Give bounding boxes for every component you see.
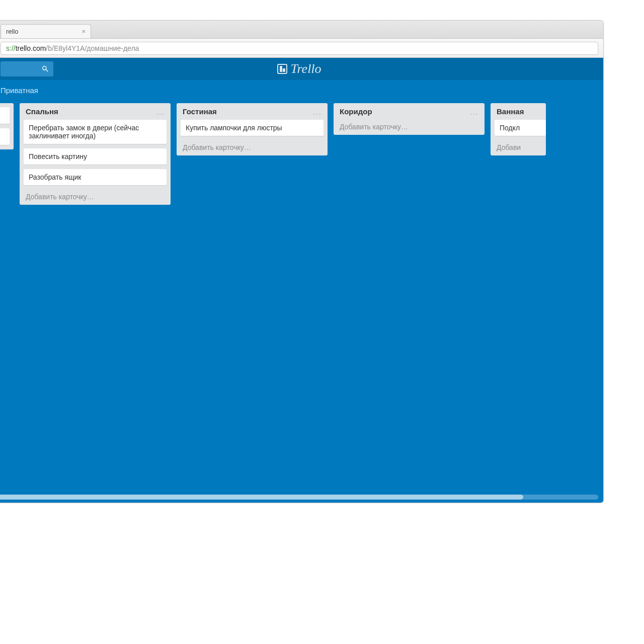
add-card-button[interactable]: Добави <box>495 140 546 151</box>
url-scheme: s:// <box>6 44 16 52</box>
list-header: Ванная <box>495 107 546 116</box>
list-title[interactable]: Спальня <box>26 107 58 116</box>
card[interactable] <box>0 107 10 124</box>
list-menu-icon[interactable]: … <box>312 110 321 114</box>
horizontal-scrollbar[interactable] <box>0 495 598 500</box>
add-card-button[interactable]: Добавить карточку… <box>24 190 167 201</box>
list <box>0 103 14 149</box>
add-card-button[interactable]: Добавить карточку… <box>338 120 480 131</box>
board-canvas: Спальня … Перебрать замок в двери (сейча… <box>0 100 603 503</box>
url-host: trello.com <box>16 44 46 52</box>
list-header: Спальня … <box>24 107 167 116</box>
card[interactable]: Повесить картину <box>24 148 167 165</box>
board-privacy[interactable]: Приватная <box>1 86 38 95</box>
search-icon <box>41 65 49 73</box>
list: Коридор … Добавить карточку… <box>334 103 485 135</box>
browser-tab-strip: rello × <box>0 21 603 39</box>
url-path: /b/E8yl4Y1A/домашние-дела <box>46 44 139 52</box>
scrollbar-thumb[interactable] <box>0 495 523 500</box>
app-header: Trello <box>0 58 603 80</box>
list-title[interactable]: Ванная <box>497 107 524 116</box>
url-field[interactable]: s://trello.com/b/E8yl4Y1A/домашние-дела <box>1 42 598 55</box>
list-header: Гостиная … <box>181 107 324 116</box>
browser-address-bar: s://trello.com/b/E8yl4Y1A/домашние-дела <box>0 39 603 58</box>
tab-title: rello <box>6 28 19 35</box>
board-bar: Приватная <box>0 80 603 100</box>
list-menu-icon[interactable]: … <box>469 110 478 114</box>
trello-app: Trello Приватная Спальня … Перебрать зам… <box>0 58 603 503</box>
list: Гостиная … Купить лампочки для люстры До… <box>177 103 328 155</box>
trello-logo-icon <box>277 64 287 74</box>
list-title[interactable]: Коридор <box>340 107 372 116</box>
search-input[interactable] <box>1 61 53 76</box>
card[interactable]: Купить лампочки для люстры <box>181 120 324 136</box>
list: Спальня … Перебрать замок в двери (сейча… <box>20 103 171 205</box>
add-card-button[interactable]: Добавить карточку… <box>181 140 324 151</box>
close-icon[interactable]: × <box>82 28 86 35</box>
card[interactable]: Подкл <box>495 120 546 136</box>
list-header: Коридор … <box>338 107 480 116</box>
browser-tab[interactable]: rello × <box>1 24 91 38</box>
card[interactable]: Перебрать замок в двери (сейчас заклинив… <box>24 120 167 144</box>
list-menu-icon[interactable]: … <box>155 110 165 114</box>
card[interactable]: Разобрать ящик <box>24 169 167 186</box>
browser-window: rello × s://trello.com/b/E8yl4Y1A/домашн… <box>0 20 604 503</box>
trello-logo-text: Trello <box>290 61 321 76</box>
list-title[interactable]: Гостиная <box>183 107 217 116</box>
card[interactable] <box>0 128 10 145</box>
list: Ванная Подкл Добави <box>491 103 546 155</box>
trello-logo[interactable]: Trello <box>277 61 321 76</box>
